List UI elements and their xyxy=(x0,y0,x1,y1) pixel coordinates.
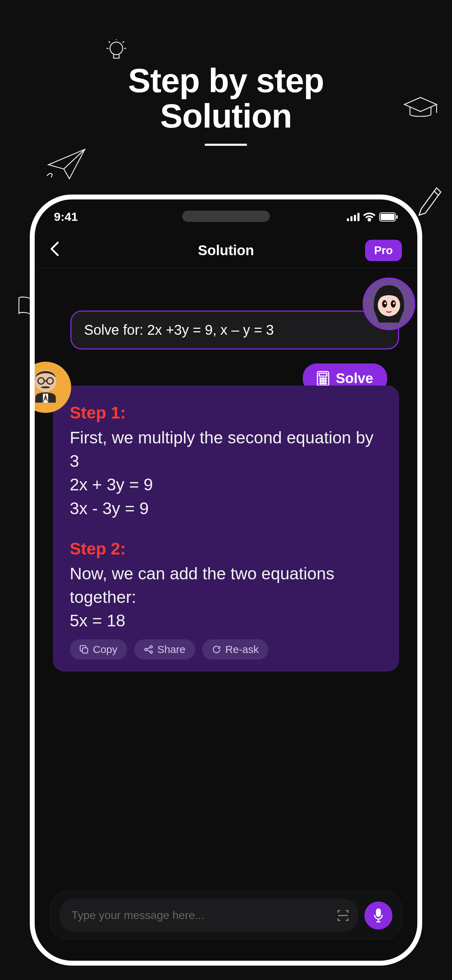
svg-rect-4 xyxy=(357,213,360,221)
svg-point-18 xyxy=(325,378,326,379)
status-right xyxy=(347,212,398,221)
pro-badge[interactable]: Pro xyxy=(365,240,402,261)
step-2-body: Now, we can add the two equations togeth… xyxy=(70,562,382,633)
svg-rect-31 xyxy=(82,648,88,653)
step-1-eq2: 3x - 3y = 9 xyxy=(70,497,382,520)
page-title: Solution xyxy=(198,243,254,258)
svg-rect-1 xyxy=(347,218,349,221)
calculator-icon xyxy=(317,371,329,386)
user-message-wrap: Solve for: 2x +3y = 9, x – y = 3 xyxy=(44,310,408,350)
share-label: Share xyxy=(157,644,185,655)
svg-point-23 xyxy=(322,383,324,384)
svg-point-21 xyxy=(325,380,326,382)
status-time: 9:41 xyxy=(54,210,78,224)
svg-rect-7 xyxy=(396,215,398,219)
graduation-cap-icon xyxy=(403,95,438,123)
mic-icon xyxy=(372,908,384,923)
composer-bar xyxy=(50,891,402,940)
svg-rect-6 xyxy=(380,214,395,220)
scan-button[interactable] xyxy=(334,906,352,925)
reask-button[interactable]: Re-ask xyxy=(202,639,268,660)
step-1: Step 1: First, we multiply the second eq… xyxy=(70,403,382,520)
avatar-user xyxy=(363,278,415,330)
promo-title-line2: Solution xyxy=(128,99,324,134)
step-2-label: Step 2: xyxy=(70,539,382,558)
share-icon xyxy=(144,645,153,654)
answer-bubble: Step 1: First, we multiply the second eq… xyxy=(53,385,399,671)
mic-button[interactable] xyxy=(364,902,392,929)
copy-button[interactable]: Copy xyxy=(70,639,127,660)
nav-bar: Solution Pro xyxy=(35,226,417,268)
svg-line-35 xyxy=(147,648,150,649)
solve-button-label: Solve xyxy=(336,371,373,386)
svg-point-34 xyxy=(150,651,153,653)
promo-title-line1: Step by step xyxy=(128,63,324,99)
copy-icon xyxy=(80,645,89,654)
reask-label: Re-ask xyxy=(225,644,259,655)
scan-icon xyxy=(336,908,350,923)
svg-point-16 xyxy=(320,378,321,379)
step-1-eq1: 2x + 3y = 9 xyxy=(70,473,382,496)
step-1-text: First, we multiply the second equation b… xyxy=(70,428,374,470)
back-button[interactable] xyxy=(50,241,59,260)
pencil-icon xyxy=(417,186,441,217)
svg-point-24 xyxy=(325,383,326,384)
svg-point-13 xyxy=(393,302,395,304)
svg-point-20 xyxy=(322,380,324,382)
step-2-text: Now, we can add the two equations togeth… xyxy=(70,564,334,606)
svg-rect-15 xyxy=(319,373,327,376)
svg-rect-3 xyxy=(354,215,356,221)
svg-point-33 xyxy=(150,646,153,648)
wifi-icon xyxy=(363,212,376,221)
svg-point-32 xyxy=(145,648,147,651)
cellular-icon xyxy=(347,213,360,221)
svg-point-22 xyxy=(320,383,321,384)
svg-rect-38 xyxy=(376,908,381,917)
status-bar: 9:41 xyxy=(35,199,417,226)
paper-plane-icon xyxy=(46,146,88,181)
lightbulb-icon xyxy=(105,38,127,65)
battery-icon xyxy=(379,212,398,221)
step-2: Step 2: Now, we can add the two equation… xyxy=(70,539,382,633)
share-button[interactable]: Share xyxy=(134,639,195,660)
user-message-bubble: Solve for: 2x +3y = 9, x – y = 3 xyxy=(70,310,399,350)
svg-point-9 xyxy=(378,294,400,317)
answer-actions: Copy Share Re-ask xyxy=(70,639,382,660)
svg-point-19 xyxy=(320,380,321,382)
step-1-label: Step 1: xyxy=(70,403,382,422)
dynamic-island xyxy=(182,211,270,222)
step-2-eq1: 5x = 18 xyxy=(70,609,382,632)
chat-area: Solve for: 2x +3y = 9, x – y = 3 Solve xyxy=(35,269,417,671)
svg-point-0 xyxy=(110,42,123,55)
promo-underline xyxy=(205,144,247,146)
copy-label: Copy xyxy=(93,644,118,655)
svg-line-36 xyxy=(147,650,150,652)
svg-rect-2 xyxy=(350,216,352,221)
phone-frame: 9:41 Solution Pro xyxy=(30,194,422,966)
svg-point-12 xyxy=(384,302,386,304)
step-1-body: First, we multiply the second equation b… xyxy=(70,426,382,520)
message-input[interactable] xyxy=(60,899,358,932)
svg-point-17 xyxy=(322,378,324,379)
promo-title: Step by step Solution xyxy=(128,63,324,146)
answer-wrap: Step 1: First, we multiply the second eq… xyxy=(44,385,408,671)
refresh-icon xyxy=(212,645,221,654)
